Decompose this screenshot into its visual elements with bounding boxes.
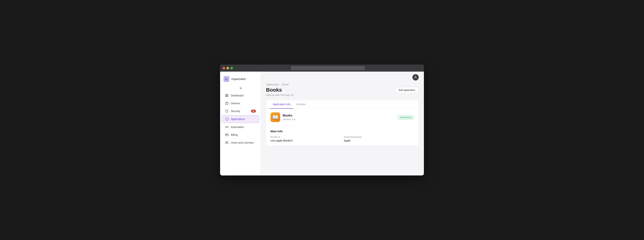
breadcrumb: Applications › Books: [266, 83, 419, 86]
user-avatar[interactable]: [412, 74, 419, 81]
titlebar-search-bar: [291, 66, 365, 70]
sidebar: Or Organization ◀ Dashboard: [220, 72, 261, 175]
page-subtitle: Devices with This App: 35: [266, 94, 294, 96]
info-grid: Bundle ID com.apple.iBooksX Vendor/Devel…: [270, 136, 414, 142]
app-icon-emoji: 📖: [272, 114, 279, 120]
dashboard-label: Dashboard: [231, 94, 244, 97]
users-licenses-label: Users and Licenses: [231, 141, 254, 144]
app-layout: Or Organization ◀ Dashboard: [220, 72, 424, 175]
security-badge: 36: [251, 110, 256, 113]
billing-label: Billing: [231, 133, 238, 136]
tab-bar: Application Info Devices: [266, 100, 419, 109]
svg-rect-1: [227, 94, 228, 95]
app-version: Version: 6.4: [283, 118, 296, 121]
app-name: Books: [283, 114, 296, 117]
org-header[interactable]: Or Organization: [220, 75, 261, 86]
authorized-badge: Authorized: [397, 115, 414, 120]
svg-rect-0: [226, 94, 226, 95]
users-icon: [225, 141, 228, 144]
bundle-id-label: Bundle ID: [270, 136, 341, 138]
app-window: Or Organization ◀ Dashboard: [220, 65, 424, 175]
vendor-field: Vendor/Developer Apple: [344, 136, 414, 142]
devices-label: Devices: [231, 102, 240, 105]
app-header-row: 📖 Books Version: 6.4 Authorized: [266, 109, 419, 126]
breadcrumb-applications-link[interactable]: Applications: [266, 83, 279, 86]
svg-rect-3: [227, 96, 228, 97]
page-header: Books Devices with This App: 35 Edit App…: [266, 87, 419, 96]
svg-point-10: [415, 76, 416, 77]
svg-rect-7: [226, 134, 228, 136]
svg-rect-2: [226, 96, 226, 97]
security-icon: [225, 109, 228, 113]
sidebar-item-applications[interactable]: Applications: [222, 115, 259, 123]
bundle-id-field: Bundle ID com.apple.iBooksX: [270, 136, 341, 142]
topbar: [261, 72, 424, 83]
org-name: Organization: [231, 78, 246, 81]
bundle-id-value: com.apple.iBooksX: [270, 139, 341, 142]
main-content: Applications › Books Books Devices with …: [261, 72, 424, 175]
page-title: Books: [266, 87, 294, 93]
svg-point-9: [226, 141, 227, 142]
automation-label: Automation: [231, 126, 244, 129]
titlebar: [220, 65, 424, 72]
sidebar-item-security[interactable]: Security 36: [222, 107, 259, 115]
vendor-value: Apple: [344, 139, 414, 142]
edit-application-button[interactable]: Edit Application: [395, 87, 419, 93]
billing-icon: [225, 133, 228, 137]
sidebar-item-devices[interactable]: Devices: [222, 100, 259, 107]
tab-devices[interactable]: Devices: [294, 100, 309, 109]
sidebar-item-dashboard[interactable]: Dashboard: [222, 92, 259, 99]
devices-icon: [225, 101, 228, 105]
close-button[interactable]: [223, 67, 225, 69]
dashboard-icon: [225, 94, 228, 97]
automation-icon: [225, 125, 228, 129]
breadcrumb-separator: ›: [280, 83, 281, 86]
sidebar-collapse-button[interactable]: ◀: [220, 86, 261, 90]
vendor-label: Vendor/Developer: [344, 136, 414, 138]
sidebar-item-users-licenses[interactable]: Users and Licenses: [222, 139, 259, 146]
tab-application-info[interactable]: Application Info: [270, 100, 294, 109]
security-label: Security: [231, 110, 240, 113]
breadcrumb-current: Books: [282, 83, 289, 86]
page-title-block: Books Devices with This App: 35: [266, 87, 294, 96]
applications-icon: [225, 117, 229, 121]
content-area: Applications › Books Books Devices with …: [261, 83, 424, 175]
app-icon: 📖: [270, 112, 280, 122]
app-header-left: 📖 Books Version: 6.4: [270, 112, 296, 122]
app-title-block: Books Version: 6.4: [283, 114, 296, 121]
svg-point-6: [226, 127, 227, 128]
main-info-title: Main Info: [270, 130, 414, 133]
applications-label: Applications: [231, 118, 245, 121]
main-info-section: Main Info Bundle ID com.apple.iBooksX Ve…: [266, 126, 419, 146]
sidebar-item-automation[interactable]: Automation: [222, 123, 259, 131]
maximize-button[interactable]: [230, 67, 233, 69]
app-detail-card: Application Info Devices 📖: [266, 100, 419, 146]
sidebar-item-billing[interactable]: Billing: [222, 131, 259, 139]
org-avatar: Or: [224, 76, 229, 82]
minimize-button[interactable]: [226, 67, 229, 69]
